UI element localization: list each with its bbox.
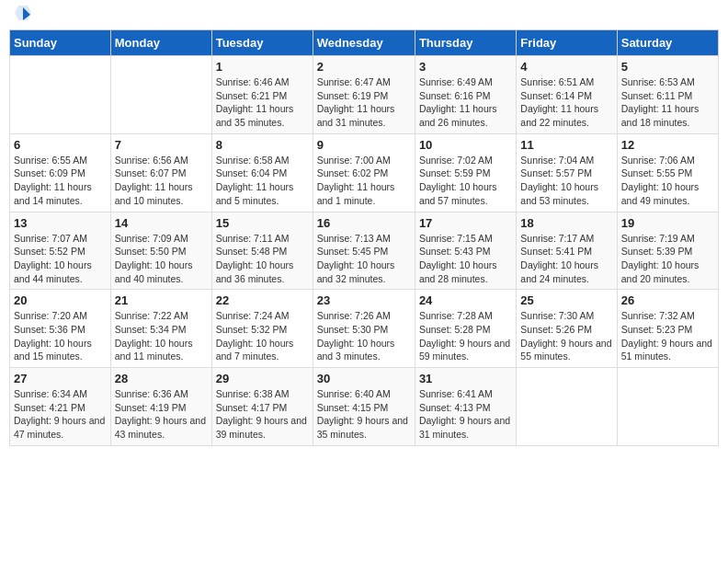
calendar-cell: [517, 368, 617, 446]
day-number: 16: [317, 216, 411, 230]
day-number: 11: [520, 138, 612, 152]
day-info: Sunrise: 7:13 AM Sunset: 5:45 PM Dayligh…: [317, 232, 411, 286]
column-header-sunday: Sunday: [10, 30, 111, 56]
day-number: 15: [216, 216, 309, 230]
calendar-cell: 10Sunrise: 7:02 AM Sunset: 5:59 PM Dayli…: [415, 133, 516, 212]
calendar-cell: 29Sunrise: 6:38 AM Sunset: 4:17 PM Dayli…: [211, 368, 313, 446]
day-number: 29: [216, 372, 309, 385]
day-info: Sunrise: 6:38 AM Sunset: 4:17 PM Dayligh…: [216, 387, 309, 442]
day-info: Sunrise: 6:47 AM Sunset: 6:19 PM Dayligh…: [317, 75, 411, 130]
day-number: 17: [419, 216, 512, 230]
calendar-cell: 16Sunrise: 7:13 AM Sunset: 5:45 PM Dayli…: [313, 212, 415, 290]
day-number: 24: [419, 293, 512, 307]
day-info: Sunrise: 7:00 AM Sunset: 6:02 PM Dayligh…: [317, 154, 411, 208]
day-number: 22: [216, 293, 309, 307]
calendar-cell: 18Sunrise: 7:17 AM Sunset: 5:41 PM Dayli…: [517, 212, 617, 290]
calendar-cell: 9Sunrise: 7:00 AM Sunset: 6:02 PM Daylig…: [313, 133, 415, 212]
calendar-cell: 13Sunrise: 7:07 AM Sunset: 5:52 PM Dayli…: [10, 212, 111, 290]
day-info: Sunrise: 7:11 AM Sunset: 5:48 PM Dayligh…: [216, 232, 309, 286]
calendar-cell: 15Sunrise: 7:11 AM Sunset: 5:48 PM Dayli…: [211, 212, 313, 290]
day-number: 10: [419, 138, 512, 152]
calendar-cell: 5Sunrise: 6:53 AM Sunset: 6:11 PM Daylig…: [617, 56, 718, 134]
day-info: Sunrise: 6:56 AM Sunset: 6:07 PM Dayligh…: [115, 154, 208, 208]
calendar-cell: 3Sunrise: 6:49 AM Sunset: 6:16 PM Daylig…: [415, 56, 516, 134]
day-info: Sunrise: 6:58 AM Sunset: 6:04 PM Dayligh…: [216, 154, 309, 208]
day-number: 12: [621, 138, 714, 152]
day-info: Sunrise: 6:40 AM Sunset: 4:15 PM Dayligh…: [317, 387, 411, 442]
day-info: Sunrise: 6:46 AM Sunset: 6:21 PM Dayligh…: [216, 75, 309, 130]
calendar-cell: 22Sunrise: 7:24 AM Sunset: 5:32 PM Dayli…: [211, 290, 313, 368]
day-number: 28: [115, 372, 208, 385]
calendar-week-3: 13Sunrise: 7:07 AM Sunset: 5:52 PM Dayli…: [10, 212, 719, 290]
day-info: Sunrise: 7:26 AM Sunset: 5:30 PM Dayligh…: [317, 309, 411, 363]
day-info: Sunrise: 7:19 AM Sunset: 5:39 PM Dayligh…: [621, 232, 714, 286]
day-number: 4: [520, 60, 612, 74]
day-info: Sunrise: 6:51 AM Sunset: 6:14 PM Dayligh…: [520, 75, 612, 130]
calendar-cell: [10, 56, 111, 134]
day-number: 18: [520, 216, 612, 230]
calendar-week-1: 1Sunrise: 6:46 AM Sunset: 6:21 PM Daylig…: [10, 56, 719, 134]
day-info: Sunrise: 7:06 AM Sunset: 5:55 PM Dayligh…: [621, 154, 714, 208]
day-info: Sunrise: 6:53 AM Sunset: 6:11 PM Dayligh…: [621, 75, 714, 130]
day-info: Sunrise: 7:32 AM Sunset: 5:23 PM Dayligh…: [621, 309, 714, 363]
calendar-week-2: 6Sunrise: 6:55 AM Sunset: 6:09 PM Daylig…: [10, 133, 719, 212]
calendar-cell: 21Sunrise: 7:22 AM Sunset: 5:34 PM Dayli…: [110, 290, 211, 368]
calendar-week-5: 27Sunrise: 6:34 AM Sunset: 4:21 PM Dayli…: [10, 368, 719, 446]
day-number: 14: [115, 216, 208, 230]
column-header-monday: Monday: [110, 30, 211, 56]
day-info: Sunrise: 7:15 AM Sunset: 5:43 PM Dayligh…: [419, 232, 512, 286]
day-number: 2: [317, 60, 411, 74]
calendar-cell: 19Sunrise: 7:19 AM Sunset: 5:39 PM Dayli…: [617, 212, 718, 290]
calendar-cell: 28Sunrise: 6:36 AM Sunset: 4:19 PM Dayli…: [110, 368, 211, 446]
column-header-friday: Friday: [517, 30, 617, 56]
calendar-cell: 2Sunrise: 6:47 AM Sunset: 6:19 PM Daylig…: [313, 56, 415, 134]
calendar-cell: 30Sunrise: 6:40 AM Sunset: 4:15 PM Dayli…: [313, 368, 415, 446]
calendar-cell: 12Sunrise: 7:06 AM Sunset: 5:55 PM Dayli…: [617, 133, 718, 212]
day-number: 7: [115, 138, 208, 152]
calendar-table: SundayMondayTuesdayWednesdayThursdayFrid…: [9, 29, 719, 446]
day-info: Sunrise: 7:04 AM Sunset: 5:57 PM Dayligh…: [520, 154, 612, 208]
day-info: Sunrise: 7:22 AM Sunset: 5:34 PM Dayligh…: [115, 309, 208, 363]
day-info: Sunrise: 7:17 AM Sunset: 5:41 PM Dayligh…: [520, 232, 612, 286]
day-number: 3: [419, 60, 512, 74]
calendar-cell: 26Sunrise: 7:32 AM Sunset: 5:23 PM Dayli…: [617, 290, 718, 368]
day-number: 31: [419, 372, 512, 385]
day-number: 30: [317, 372, 411, 385]
logo-icon: [15, 6, 31, 22]
day-number: 9: [317, 138, 411, 152]
calendar-cell: 25Sunrise: 7:30 AM Sunset: 5:26 PM Dayli…: [517, 290, 617, 368]
column-header-thursday: Thursday: [415, 30, 516, 56]
day-number: 26: [621, 293, 714, 307]
calendar-cell: 27Sunrise: 6:34 AM Sunset: 4:21 PM Dayli…: [10, 368, 111, 446]
calendar-week-4: 20Sunrise: 7:20 AM Sunset: 5:36 PM Dayli…: [10, 290, 719, 368]
day-info: Sunrise: 7:24 AM Sunset: 5:32 PM Dayligh…: [216, 309, 309, 363]
day-info: Sunrise: 6:36 AM Sunset: 4:19 PM Dayligh…: [115, 387, 208, 442]
calendar-cell: 1Sunrise: 6:46 AM Sunset: 6:21 PM Daylig…: [211, 56, 313, 134]
calendar-cell: 14Sunrise: 7:09 AM Sunset: 5:50 PM Dayli…: [110, 212, 211, 290]
calendar-cell: 20Sunrise: 7:20 AM Sunset: 5:36 PM Dayli…: [10, 290, 111, 368]
calendar-cell: 6Sunrise: 6:55 AM Sunset: 6:09 PM Daylig…: [10, 133, 111, 212]
calendar-cell: 24Sunrise: 7:28 AM Sunset: 5:28 PM Dayli…: [415, 290, 516, 368]
day-number: 13: [14, 216, 107, 230]
day-info: Sunrise: 7:28 AM Sunset: 5:28 PM Dayligh…: [419, 309, 512, 363]
column-header-wednesday: Wednesday: [313, 30, 415, 56]
day-info: Sunrise: 7:30 AM Sunset: 5:26 PM Dayligh…: [520, 309, 612, 363]
day-info: Sunrise: 6:34 AM Sunset: 4:21 PM Dayligh…: [14, 387, 107, 442]
day-number: 6: [14, 138, 107, 152]
day-number: 23: [317, 293, 411, 307]
day-number: 21: [115, 293, 208, 307]
calendar-cell: 8Sunrise: 6:58 AM Sunset: 6:04 PM Daylig…: [211, 133, 313, 212]
day-info: Sunrise: 6:55 AM Sunset: 6:09 PM Dayligh…: [14, 154, 107, 208]
calendar-cell: [617, 368, 718, 446]
day-number: 20: [14, 293, 107, 307]
day-info: Sunrise: 6:49 AM Sunset: 6:16 PM Dayligh…: [419, 75, 512, 130]
calendar-header-row: SundayMondayTuesdayWednesdayThursdayFrid…: [10, 30, 719, 56]
column-header-saturday: Saturday: [617, 30, 718, 56]
calendar-cell: [110, 56, 211, 134]
logo: [13, 9, 31, 22]
day-info: Sunrise: 7:02 AM Sunset: 5:59 PM Dayligh…: [419, 154, 512, 208]
day-number: 25: [520, 293, 612, 307]
column-header-tuesday: Tuesday: [211, 30, 313, 56]
day-number: 8: [216, 138, 309, 152]
calendar-cell: 31Sunrise: 6:41 AM Sunset: 4:13 PM Dayli…: [415, 368, 516, 446]
